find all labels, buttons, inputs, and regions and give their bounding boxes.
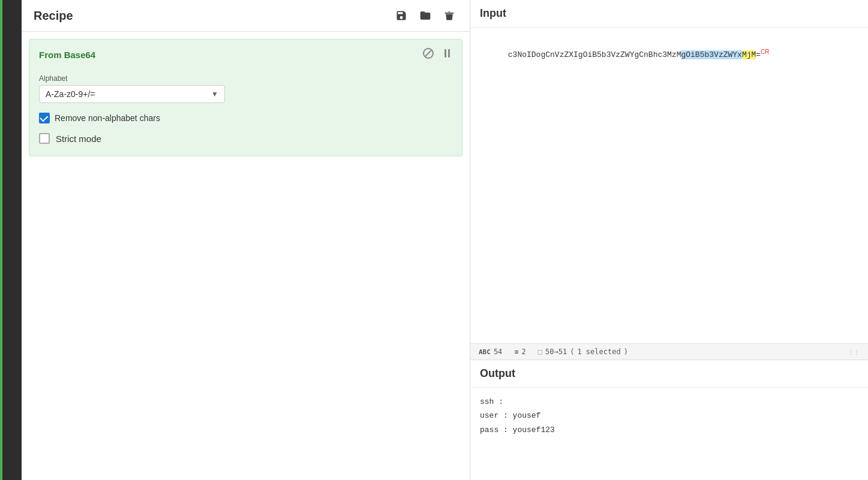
pause-operation-button[interactable]: [442, 48, 452, 61]
open-button[interactable]: [417, 7, 434, 24]
alphabet-label: Alphabet: [39, 74, 452, 83]
input-text-highlight-yellow: MjM: [742, 50, 756, 59]
strict-mode-label: Strict mode: [56, 134, 101, 144]
sidebar-accent: [0, 0, 2, 480]
strict-mode-row: Strict mode: [39, 133, 452, 144]
save-icon: [395, 10, 407, 22]
recipe-header: Recipe: [22, 0, 470, 32]
save-button[interactable]: [393, 7, 410, 24]
folder-icon: [419, 10, 431, 22]
alphabet-select-value: A-Za-z0-9+/=: [46, 89, 95, 99]
recipe-title: Recipe: [34, 9, 73, 23]
sidebar-strip: [0, 0, 22, 480]
char-count-value: 54: [494, 348, 502, 356]
ban-icon: [423, 48, 434, 59]
strict-mode-checkbox[interactable]: [39, 133, 50, 144]
output-section: Output ssh : user : yousef pass : yousef…: [470, 360, 868, 480]
input-status-bar: ABC 54 ≡ 2 ⬚ 50→51 (1 selected) ⋮⋮: [470, 343, 868, 360]
output-line-3: pass : yousef123: [480, 423, 858, 437]
operation-controls: [421, 47, 452, 62]
recipe-panel: Recipe From Base64: [22, 0, 470, 480]
output-line-1: ssh :: [480, 395, 858, 409]
alphabet-field-group: Alphabet A-Za-z0-9+/= ▼: [39, 74, 452, 103]
right-panel: Input c3NoIDogCnVzZXIgOiB5b3VzZWYgCnBhc3…: [470, 0, 868, 480]
output-header: Output: [470, 360, 868, 388]
resize-handle-area: ⋮⋮: [848, 348, 860, 356]
remove-non-alphabet-label: Remove non-alphabet chars: [55, 113, 160, 123]
selection-icon: ⬚: [538, 348, 542, 356]
operation-header: From Base64: [29, 40, 462, 70]
input-content[interactable]: c3NoIDogCnVzZXIgOiB5b3VzZWYgCnBhc3MzMgOi…: [470, 28, 868, 343]
selection-range: 50→51: [545, 348, 567, 356]
resize-icon: ⋮⋮: [848, 349, 860, 355]
char-count-status: ABC 54: [479, 348, 502, 356]
input-text-normal: c3NoIDogCnVzZXIgOiB5b3VzZWYgCnBhc3MzM: [508, 50, 681, 59]
operation-card: From Base64 Alphabet A-Za-z0-9+/=: [29, 39, 462, 156]
output-line-2: user : yousef: [480, 409, 858, 422]
selection-status: ⬚ 50→51 (1 selected): [538, 348, 628, 356]
input-section: Input c3NoIDogCnVzZXIgOiB5b3VzZWYgCnBhc3…: [470, 0, 868, 360]
chevron-down-icon: ▼: [211, 90, 218, 98]
selection-count: (: [570, 348, 574, 356]
selection-count-value: 1 selected: [577, 348, 620, 356]
operation-body: Alphabet A-Za-z0-9+/= ▼ Remove non-alpha…: [29, 70, 462, 156]
operation-title: From Base64: [39, 50, 95, 60]
delete-button[interactable]: [441, 7, 458, 24]
input-header: Input: [470, 0, 868, 28]
output-content[interactable]: ssh : user : yousef pass : yousef123: [470, 388, 868, 480]
remove-non-alphabet-row: Remove non-alphabet chars: [39, 113, 452, 123]
line-count-value: 2: [522, 348, 526, 356]
trash-icon: [443, 10, 455, 22]
line-count-icon: ≡: [514, 348, 518, 356]
remove-non-alphabet-checkbox[interactable]: [39, 113, 50, 123]
char-count-icon: ABC: [479, 348, 491, 356]
input-text-after: =: [756, 50, 761, 59]
disable-operation-button[interactable]: [421, 47, 436, 62]
line-count-status: ≡ 2: [514, 348, 525, 356]
alphabet-select[interactable]: A-Za-z0-9+/= ▼: [39, 85, 225, 103]
input-text-highlight-blue: gOiB5b3VzZWYx: [681, 50, 741, 59]
pause-icon: [444, 49, 450, 58]
input-text-cr: CR: [761, 49, 769, 55]
recipe-toolbar: [393, 7, 458, 24]
